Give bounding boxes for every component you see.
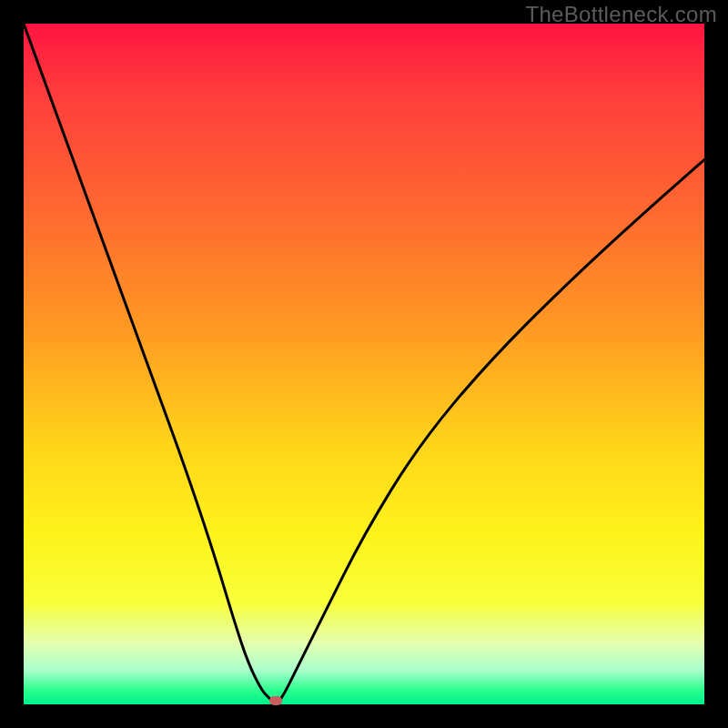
optimal-point-marker (269, 696, 282, 705)
chart-frame: TheBottleneck.com (0, 0, 728, 728)
curve-svg (24, 24, 704, 704)
bottleneck-curve (24, 24, 704, 703)
plot-area (24, 24, 704, 704)
